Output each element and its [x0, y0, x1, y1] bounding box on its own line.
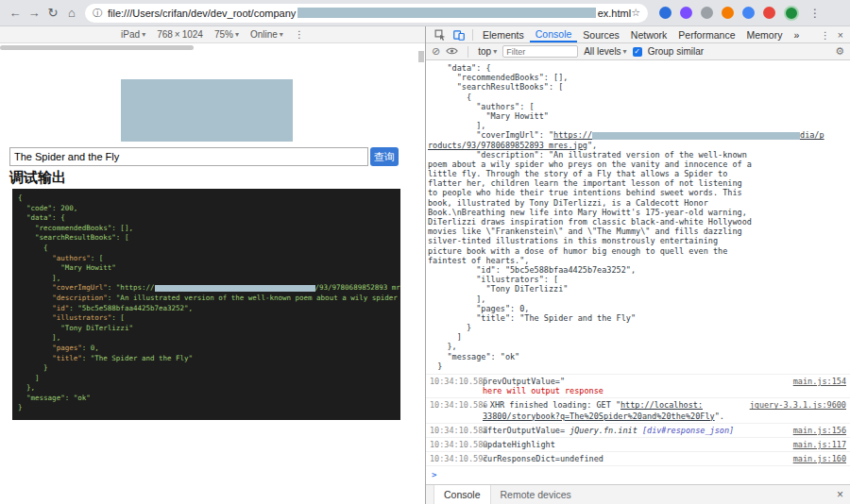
log-message-line: here will output response [483, 386, 798, 395]
horizontal-scrollbar[interactable] [0, 45, 194, 50]
text-segment: "Mary Howitt" [18, 263, 116, 272]
console-filter-input[interactable] [502, 45, 578, 58]
code-line: "Mary Howitt" [18, 263, 395, 274]
drawer-tab-console[interactable]: Console [434, 485, 491, 504]
console-line: "message": "ok" [428, 352, 848, 361]
console-line: flatter her, children learn the importan… [428, 178, 848, 188]
clear-console-icon[interactable]: ⊘ [432, 46, 440, 57]
devtools-close-icon[interactable]: × [838, 29, 843, 41]
text-segment: "recommendedBooks": [], [18, 224, 133, 232]
divider [468, 46, 468, 58]
console-line: book, illustrated by Tony DiTerlizzi, is… [428, 198, 848, 208]
log-message-line: prevOutputValue=" [483, 377, 798, 386]
inspect-element-icon[interactable] [431, 29, 450, 41]
console-log-entry: 10:34:10.587main.js:156afterOutputValue=… [426, 424, 850, 438]
log-levels-select[interactable]: All levels ▾ [584, 46, 626, 57]
address-bar[interactable]: ⓘ file:///Users/crifan/dev/dev_root/comp… [85, 4, 648, 23]
back-icon[interactable]: ← [6, 6, 25, 20]
text-segment: "searchResultBooks": [ [18, 233, 128, 242]
text-segment: "pages": 0, [428, 304, 529, 313]
live-expression-icon[interactable] [446, 46, 458, 58]
chevron-down-icon: ▾ [493, 47, 497, 56]
debug-json-output: { "code": 200, "data": { "recommendedBoo… [12, 189, 400, 420]
tab-network[interactable]: Network [625, 26, 673, 42]
console-line: ], [428, 294, 848, 304]
console-log-entry: 10:34:10.589main.js:117updateHighlight [426, 438, 850, 452]
chevron-down-icon: ▾ [142, 30, 145, 39]
toggle-device-toolbar-icon[interactable] [450, 29, 468, 41]
extension-icon[interactable] [659, 7, 672, 19]
profile-avatar[interactable] [784, 6, 799, 21]
extension-icon[interactable] [701, 7, 713, 19]
tab-console[interactable]: Console [530, 26, 578, 42]
code-line: { [18, 193, 395, 204]
extension-icon[interactable] [680, 7, 692, 19]
tab-performance[interactable]: Performance [672, 26, 740, 42]
console-prompt-chevron[interactable]: > [426, 466, 850, 479]
code-line: "code": 200, [18, 204, 395, 214]
log-timestamp: 10:34:10.585 [430, 377, 487, 386]
text-segment: { [18, 244, 48, 252]
text-segment: : "The Spider and the Fly" [82, 354, 193, 362]
forward-icon[interactable]: → [25, 6, 43, 20]
extension-icon[interactable] [763, 7, 775, 19]
console-context-select[interactable]: top ▾ [478, 46, 497, 57]
text-segment: "searchResultBooks": [ [428, 82, 563, 92]
home-icon[interactable]: ⌂ [62, 6, 81, 20]
chrome-menu-icon[interactable]: ⋮ [809, 7, 821, 20]
text-segment: ], [428, 294, 485, 304]
text-segment: : [ [91, 254, 104, 262]
viewport-width: 768 [157, 29, 173, 40]
console-context-label: top [478, 46, 491, 57]
redacted-text [592, 132, 800, 140]
console-source-link[interactable]: main.js:156 [793, 426, 846, 435]
tab-memory[interactable]: Memory [740, 26, 788, 42]
chevron-down-icon: ▾ [235, 30, 239, 39]
console-line: } [428, 361, 848, 371]
text-segment: { [18, 193, 23, 202]
drawer-tab-remote-devices[interactable]: Remote devices [491, 485, 581, 504]
reload-icon[interactable]: ↻ [43, 6, 62, 20]
throttling-select[interactable]: Online ▾ [250, 29, 283, 40]
console-line: DiTerlizzi draws inspiration from classi… [428, 217, 848, 227]
text-segment: }, [18, 383, 35, 392]
console-source-link[interactable]: main.js:160 [793, 454, 846, 463]
text-segment: "data": { [428, 63, 491, 73]
search-input[interactable] [9, 147, 368, 166]
devtools-menu-icon[interactable]: ⋮ [820, 29, 830, 41]
bookmark-star-icon[interactable]: ☆ [631, 7, 640, 19]
console-source-link[interactable]: jquery-3.3.1.js:9600 [750, 400, 846, 410]
console-settings-gear-icon[interactable]: ⚙ [835, 46, 844, 57]
drawer-close-icon[interactable]: × [829, 488, 850, 501]
text-segment: "illustrators" [52, 313, 111, 322]
log-message: afterOutputValue= jQuery.fn.init [div#re… [483, 426, 798, 435]
text-segment: faintest of hearts.", [428, 256, 529, 265]
console-line: picture book with a dose of humor big en… [428, 246, 848, 256]
log-levels-label: All levels [584, 46, 620, 57]
text-segment [18, 313, 52, 322]
zoom-select[interactable]: 75% ▾ [214, 29, 239, 40]
console-source-link[interactable]: main.js:154 [793, 377, 846, 386]
group-similar-checkbox[interactable]: ✓ [633, 47, 642, 57]
text-segment [18, 283, 52, 292]
extension-icon[interactable] [742, 7, 755, 19]
text-segment: dia/p [800, 130, 824, 140]
console-source-link[interactable]: main.js:117 [793, 440, 846, 449]
text-segment: "id" [52, 304, 69, 312]
extension-icon[interactable] [722, 7, 734, 19]
text-segment: here will output response [483, 386, 604, 395]
more-tabs-icon[interactable]: » [788, 26, 805, 42]
text-segment: } [18, 363, 48, 372]
device-select[interactable]: iPad ▾ [121, 29, 145, 40]
code-line: "description": "An illustrated version o… [18, 294, 395, 304]
tab-elements[interactable]: Elements [477, 26, 530, 42]
text-segment: silver-tinted illustrations in this mons… [428, 236, 718, 245]
text-segment: Book.\nBreathing new life into Mary Howi… [428, 208, 747, 217]
search-button[interactable]: 查询 [370, 147, 399, 166]
tab-sources[interactable]: Sources [577, 26, 625, 42]
code-line: "data": { [18, 213, 395, 224]
page-info-icon[interactable]: ⓘ [93, 7, 102, 20]
viewport-size[interactable]: 768 × 1024 [157, 29, 203, 40]
vertical-scrollbar[interactable] [418, 51, 424, 62]
device-toolbar-menu-icon[interactable]: ⋮ [295, 29, 304, 40]
